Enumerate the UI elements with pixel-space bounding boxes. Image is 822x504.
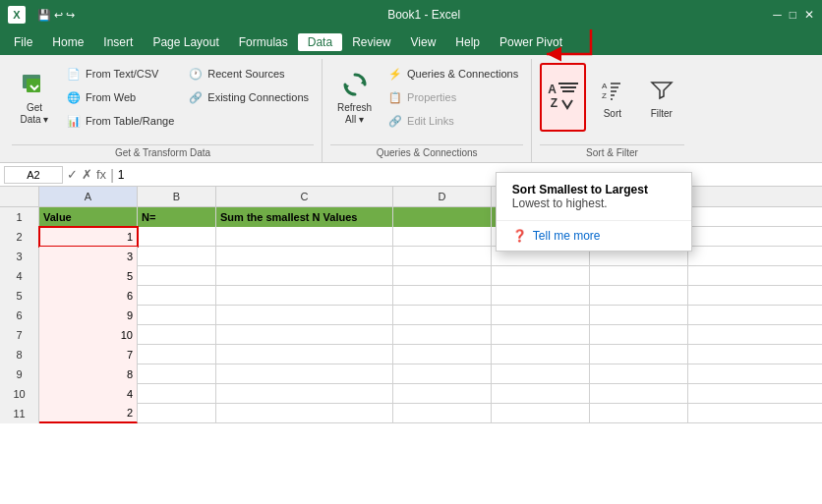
menu-view[interactable]: View xyxy=(401,33,446,51)
edit-links-button[interactable]: 🔗 Edit Links xyxy=(382,110,523,132)
cell-b4[interactable] xyxy=(138,266,216,286)
cell-d1[interactable] xyxy=(393,207,492,227)
col-header-c[interactable]: C xyxy=(216,187,393,206)
formula-check-icon[interactable]: ✓ xyxy=(67,167,78,182)
cell-d9[interactable] xyxy=(393,364,492,384)
sort-az-button[interactable]: A Z xyxy=(540,63,586,132)
cell-d8[interactable] xyxy=(393,345,492,364)
cell-c2[interactable] xyxy=(216,227,393,247)
cell-e7[interactable] xyxy=(492,325,590,345)
cell-b10[interactable] xyxy=(138,384,216,404)
cell-c11[interactable] xyxy=(216,404,393,423)
tooltip-help[interactable]: ❓ Tell me more xyxy=(497,221,691,251)
cell-f5[interactable] xyxy=(590,286,688,306)
cell-b6[interactable] xyxy=(138,306,216,325)
cell-a1[interactable]: Value xyxy=(39,207,138,227)
cell-d5[interactable] xyxy=(393,286,492,306)
cell-c5[interactable] xyxy=(216,286,393,306)
cell-b11[interactable] xyxy=(138,404,216,423)
cell-c4[interactable] xyxy=(216,266,393,286)
cell-b3[interactable] xyxy=(138,247,216,266)
cell-a5[interactable]: 6 xyxy=(39,286,138,306)
cell-c9[interactable] xyxy=(216,364,393,384)
menu-page-layout[interactable]: Page Layout xyxy=(143,33,228,51)
cell-b5[interactable] xyxy=(138,286,216,306)
cell-a3[interactable]: 3 xyxy=(39,247,138,266)
minimize-btn[interactable]: ─ xyxy=(773,8,782,22)
cell-e9[interactable] xyxy=(492,364,590,384)
formula-input[interactable] xyxy=(118,168,818,182)
cell-e11[interactable] xyxy=(492,404,590,423)
menu-file[interactable]: File xyxy=(4,33,42,51)
cell-c6[interactable] xyxy=(216,306,393,325)
formula-cancel-icon[interactable]: ✗ xyxy=(82,167,92,182)
cell-d2[interactable] xyxy=(393,227,492,247)
cell-e10[interactable] xyxy=(492,384,590,404)
cell-e5[interactable] xyxy=(492,286,590,306)
sort-button[interactable]: A Z Sort xyxy=(590,63,635,132)
cell-b9[interactable] xyxy=(138,364,216,384)
cell-a4[interactable]: 5 xyxy=(39,266,138,286)
cell-f9[interactable] xyxy=(590,364,688,384)
cell-d11[interactable] xyxy=(393,404,492,423)
from-table-range-button[interactable]: 📊 From Table/Range xyxy=(61,110,179,132)
quick-access: 💾 ↩ ↪ xyxy=(37,9,75,22)
cell-a7[interactable]: 10 xyxy=(39,325,138,345)
cell-f4[interactable] xyxy=(590,266,688,286)
row-num-3: 3 xyxy=(0,247,39,266)
col-header-d[interactable]: D xyxy=(393,187,492,206)
cell-d7[interactable] xyxy=(393,325,492,345)
cell-reference-box[interactable] xyxy=(4,166,63,184)
insert-function-icon[interactable]: fx xyxy=(96,167,106,182)
cell-f11[interactable] xyxy=(590,404,688,423)
cell-b1[interactable]: N= xyxy=(138,207,216,227)
close-btn[interactable]: ✕ xyxy=(804,8,814,22)
cell-e6[interactable] xyxy=(492,306,590,325)
filter-button[interactable]: Filter xyxy=(639,63,684,132)
recent-sources-button[interactable]: 🕐 Recent Sources xyxy=(183,63,314,84)
menu-formulas[interactable]: Formulas xyxy=(229,33,298,51)
cell-c1[interactable]: Sum the smallest N Values xyxy=(216,207,393,227)
cell-a2[interactable]: 1 xyxy=(39,227,138,247)
edit-links-icon: 🔗 xyxy=(387,113,403,129)
from-web-button[interactable]: 🌐 From Web xyxy=(61,86,179,108)
menu-home[interactable]: Home xyxy=(42,33,93,51)
cell-d6[interactable] xyxy=(393,306,492,325)
col-header-a[interactable]: A xyxy=(39,187,138,206)
queries-connections-button[interactable]: ⚡ Queries & Connections xyxy=(382,63,523,84)
cell-e4[interactable] xyxy=(492,266,590,286)
menu-data[interactable]: Data xyxy=(298,33,342,51)
menu-help[interactable]: Help xyxy=(445,33,490,51)
maximize-btn[interactable]: □ xyxy=(790,8,796,22)
cell-c10[interactable] xyxy=(216,384,393,404)
cell-d10[interactable] xyxy=(393,384,492,404)
properties-button[interactable]: 📋 Properties xyxy=(382,86,523,108)
cell-d4[interactable] xyxy=(393,266,492,286)
existing-connections-button[interactable]: 🔗 Existing Connections xyxy=(183,86,314,108)
cell-a8[interactable]: 7 xyxy=(39,345,138,364)
cell-a11[interactable]: 2 xyxy=(39,404,138,423)
refresh-all-button[interactable]: RefreshAll ▾ xyxy=(330,63,379,132)
col-header-b[interactable]: B xyxy=(138,187,216,206)
menu-review[interactable]: Review xyxy=(342,33,400,51)
cell-f8[interactable] xyxy=(590,345,688,364)
cell-c7[interactable] xyxy=(216,325,393,345)
cell-f6[interactable] xyxy=(590,306,688,325)
cell-b2[interactable] xyxy=(138,227,216,247)
cell-c3[interactable] xyxy=(216,247,393,266)
from-text-csv-button[interactable]: 📄 From Text/CSV xyxy=(61,63,179,84)
cell-b7[interactable] xyxy=(138,325,216,345)
cell-c8[interactable] xyxy=(216,345,393,364)
cell-a10[interactable]: 4 xyxy=(39,384,138,404)
cell-a9[interactable]: 8 xyxy=(39,364,138,384)
cell-a6[interactable]: 9 xyxy=(39,306,138,325)
menu-insert[interactable]: Insert xyxy=(93,33,143,51)
table-row: 10 4 xyxy=(0,384,822,404)
cell-f10[interactable] xyxy=(590,384,688,404)
cell-d3[interactable] xyxy=(393,247,492,266)
cell-f7[interactable] xyxy=(590,325,688,345)
cell-e8[interactable] xyxy=(492,345,590,364)
tooltip-sort-smallest[interactable]: Sort Smallest to Largest Lowest to highe… xyxy=(497,173,691,221)
get-data-button[interactable]: GetData ▾ xyxy=(12,63,57,132)
cell-b8[interactable] xyxy=(138,345,216,364)
